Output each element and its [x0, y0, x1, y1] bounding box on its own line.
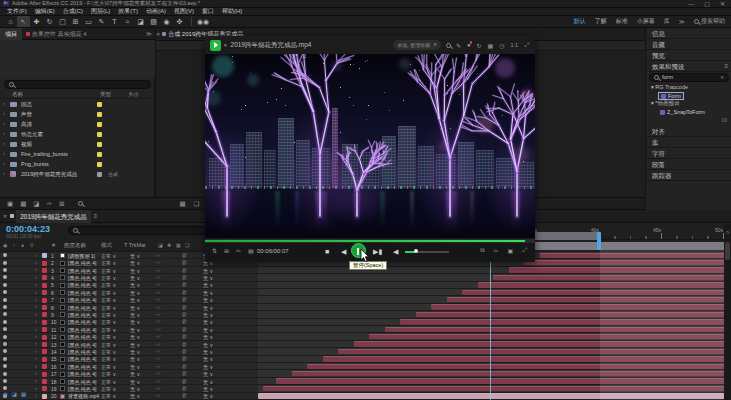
label-color-chip[interactable] [97, 162, 102, 167]
trkmat-select[interactable]: 无 ∨ [130, 364, 140, 370]
fx-switch-icon[interactable]: ◔ ∕ [155, 290, 160, 295]
trkmat-select[interactable]: 无 ∨ [130, 260, 140, 266]
visibility-eye-icon[interactable] [3, 312, 7, 316]
project-item-row[interactable]: ›声音 [0, 109, 155, 119]
viewer-option-icon[interactable]: ▦ [179, 200, 185, 208]
effects-item[interactable]: Z_SnapToForm [658, 108, 707, 116]
pickwhip-icon[interactable]: @ [182, 275, 187, 280]
layer-color-chip[interactable] [42, 290, 47, 295]
expand-chevron-icon[interactable]: › [3, 110, 5, 116]
visibility-eye-icon[interactable] [3, 275, 7, 279]
viewer-tool-icon[interactable]: ▦ [20, 200, 26, 208]
project-item-row[interactable]: ›Fire_trailing_bursts [0, 149, 155, 159]
player-option-icon[interactable]: ▣ [508, 247, 514, 254]
comp-marker-icon[interactable]: ◇ [724, 226, 731, 238]
sync-icon[interactable]: ↻ [477, 42, 482, 49]
volume-icon[interactable]: ◀ [393, 246, 398, 258]
visibility-eye-icon[interactable] [3, 357, 7, 361]
player-tool-icon[interactable]: ⊞ [224, 247, 229, 254]
viewer-tool-icon[interactable]: ⊞ [59, 200, 64, 208]
effects-item[interactable]: Form [658, 92, 684, 100]
scrollbar-thumb[interactable] [725, 242, 730, 260]
aspect-ratio-label[interactable]: 1:1 [511, 42, 519, 48]
player-search-icon[interactable] [446, 43, 451, 48]
pickwhip-icon[interactable]: @ [182, 253, 187, 258]
parent-select[interactable]: 无 ∨ [203, 297, 213, 303]
pickwhip-icon[interactable]: @ [182, 379, 187, 384]
trkmat-select[interactable]: 无 ∨ [130, 319, 140, 325]
layer-color-chip[interactable] [42, 335, 47, 340]
trkmat-select[interactable]: 无 ∨ [130, 290, 140, 296]
visibility-eye-icon[interactable] [3, 283, 7, 287]
trkmat-select[interactable]: 无 ∨ [130, 305, 140, 311]
maximize-button[interactable]: ▢ [704, 0, 710, 8]
expand-chevron-icon[interactable]: › [35, 371, 37, 376]
navigator-playhead-marker[interactable] [597, 232, 601, 250]
player-tool-icon[interactable]: ▤ [248, 247, 254, 254]
mode-select[interactable]: 正常 ∨ [101, 364, 116, 370]
tab-project[interactable]: 项目 [0, 28, 22, 40]
visibility-eye-icon[interactable] [3, 335, 7, 339]
player-tool-icon[interactable]: ⇅ [212, 247, 217, 254]
tool-icon[interactable]: ✚ [30, 16, 43, 27]
fx-switch-icon[interactable]: ◔ ∕ [155, 319, 160, 324]
parent-select[interactable]: 无 ∨ [203, 312, 213, 318]
volume-slider[interactable] [405, 251, 449, 253]
layer-color-chip[interactable] [42, 312, 47, 317]
expand-chevron-icon[interactable]: › [3, 120, 5, 126]
tool-icon[interactable]: ≈ [121, 16, 134, 27]
fx-switch-icon[interactable]: ◔ ∕ [155, 305, 160, 310]
fx-switch-icon[interactable]: ◔ ∕ [155, 260, 160, 265]
column-size[interactable]: 大小 [128, 91, 139, 98]
layer-color-chip[interactable] [42, 357, 47, 362]
visibility-eye-icon[interactable] [3, 305, 7, 309]
current-timecode[interactable]: 0:00:04:23 [6, 224, 50, 234]
tool-icon[interactable]: ✜ [173, 16, 186, 27]
parent-select[interactable]: 无 ∨ [203, 379, 213, 385]
fx-switch-icon[interactable]: ◔ ∕ [155, 275, 160, 280]
trkmat-select[interactable]: 无 ∨ [130, 297, 140, 303]
people-tools-icon[interactable]: ◉◉ [197, 18, 209, 26]
trkmat-select[interactable]: 无 ∨ [130, 356, 140, 362]
pickwhip-icon[interactable]: @ [182, 342, 187, 347]
timeline-vscrollbar[interactable]: ◇ [724, 224, 731, 400]
mode-select[interactable]: 正常 ∨ [101, 349, 116, 355]
parent-select[interactable]: 无 ∨ [203, 356, 213, 362]
mode-select[interactable]: 正常 ∨ [101, 268, 116, 274]
tool-icon[interactable]: ⊞ [69, 16, 82, 27]
pickwhip-icon[interactable]: @ [182, 371, 187, 376]
menu-item[interactable]: 动画(A) [142, 7, 170, 16]
layer-color-chip[interactable] [42, 261, 47, 266]
column-mode[interactable]: 模式 [101, 242, 112, 249]
visibility-eye-icon[interactable] [3, 320, 7, 324]
trkmat-select[interactable]: 无 ∨ [130, 327, 140, 333]
menu-item[interactable]: 效果(T) [114, 7, 142, 16]
label-color-chip[interactable] [97, 172, 102, 177]
search-help[interactable]: 搜索帮助 [694, 17, 725, 26]
player-option-icon[interactable]: ⤢ [522, 247, 527, 254]
trkmat-select[interactable]: 无 ∨ [130, 312, 140, 318]
trkmat-select[interactable]: 无 ∨ [130, 334, 140, 340]
timeline-tab[interactable]: 2019跨年烟花秀完成品 [16, 210, 90, 223]
expand-chevron-icon[interactable]: › [35, 297, 37, 302]
fx-switch-icon[interactable]: ◔ ∕ [155, 327, 160, 332]
close-button[interactable]: ✕ [720, 0, 725, 8]
panel-menu-icon[interactable]: ≡ [724, 61, 728, 72]
expand-chevron-icon[interactable]: › [35, 253, 37, 258]
column-layer-name[interactable]: 图层名称 [64, 242, 86, 249]
trkmat-select[interactable]: 无 ∨ [130, 371, 140, 377]
timeline-toggle-icon[interactable]: ◉ [3, 391, 8, 399]
parent-select[interactable]: 无 ∨ [203, 334, 213, 340]
effects-search-input[interactable]: form✕ [649, 73, 729, 82]
expand-chevron-icon[interactable]: › [35, 304, 37, 309]
expand-chevron-icon[interactable]: › [3, 150, 5, 156]
parent-select[interactable]: 无 ∨ [203, 290, 213, 296]
expand-chevron-icon[interactable]: › [35, 378, 37, 383]
prev-button[interactable]: ◀ [341, 246, 346, 258]
pickwhip-icon[interactable]: @ [182, 268, 187, 273]
expand-chevron-icon[interactable]: › [35, 334, 37, 339]
expand-chevron-icon[interactable]: › [35, 312, 37, 317]
visibility-eye-icon[interactable] [3, 261, 7, 265]
menu-item[interactable]: 视图(V) [170, 7, 198, 16]
clear-search-icon[interactable]: ✕ [433, 40, 437, 50]
